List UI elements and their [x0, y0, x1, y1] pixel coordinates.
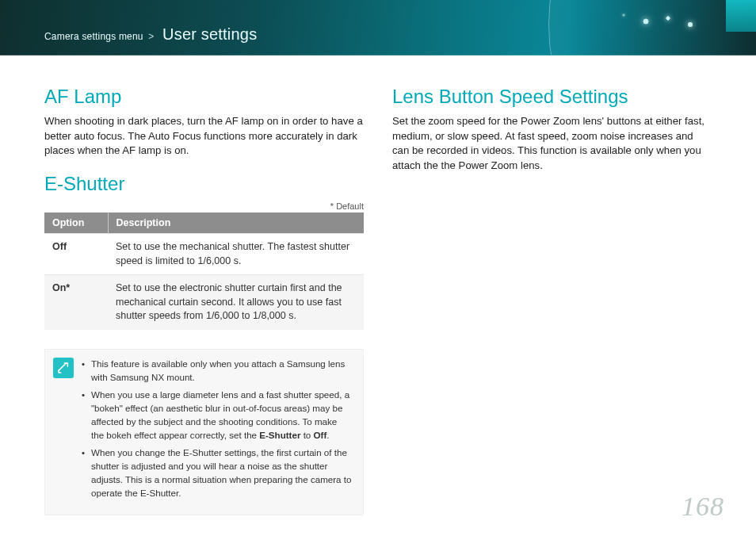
- note-text: to: [300, 430, 313, 440]
- breadcrumb-parent: Camera settings menu: [44, 31, 143, 42]
- table-row: Off Set to use the mechanical shutter. T…: [44, 234, 364, 275]
- af-lamp-heading: AF Lamp: [44, 86, 364, 108]
- note-bold: E-Shutter: [259, 430, 300, 440]
- e-shutter-heading: E-Shutter: [44, 173, 364, 195]
- note-icon: [53, 358, 74, 378]
- description-cell: Set to use the electronic shutter curtai…: [108, 275, 364, 330]
- af-lamp-body: When shooting in dark places, turn the A…: [44, 114, 364, 159]
- note-list: This feature is available only when you …: [82, 358, 352, 505]
- description-cell: Set to use the mechanical shutter. The f…: [108, 234, 364, 275]
- page-header: Camera settings menu > User settings: [0, 0, 756, 56]
- breadcrumb-separator: >: [146, 31, 156, 42]
- header-sparkle-decoration: [621, 17, 693, 22]
- option-cell: On*: [44, 275, 108, 330]
- lens-button-heading: Lens Button Speed Settings: [392, 86, 712, 108]
- note-item: When you change the E-Shutter settings, …: [82, 446, 352, 500]
- table-row: On* Set to use the electronic shutter cu…: [44, 275, 364, 330]
- note-bold: Off: [314, 430, 327, 440]
- breadcrumb: Camera settings menu > User settings: [44, 25, 257, 44]
- default-note: * Default: [44, 201, 364, 211]
- note-item: When you use a large diameter lens and a…: [82, 389, 352, 442]
- note-item: This feature is available only when you …: [82, 358, 352, 385]
- note-box: This feature is available only when you …: [44, 349, 364, 515]
- col-header-description: Description: [108, 212, 364, 234]
- page-number: 168: [682, 492, 724, 522]
- lens-button-body: Set the zoom speed for the Power Zoom le…: [392, 114, 712, 174]
- note-text: .: [326, 430, 329, 440]
- section-bookmark-tab: [726, 0, 756, 32]
- e-shutter-table: Option Description Off Set to use the me…: [44, 212, 364, 330]
- page-content: AF Lamp When shooting in dark places, tu…: [0, 56, 756, 515]
- page-title: User settings: [159, 25, 257, 43]
- col-header-option: Option: [44, 212, 108, 234]
- left-column: AF Lamp When shooting in dark places, tu…: [44, 78, 364, 515]
- right-column: Lens Button Speed Settings Set the zoom …: [392, 78, 712, 515]
- option-cell: Off: [44, 234, 108, 275]
